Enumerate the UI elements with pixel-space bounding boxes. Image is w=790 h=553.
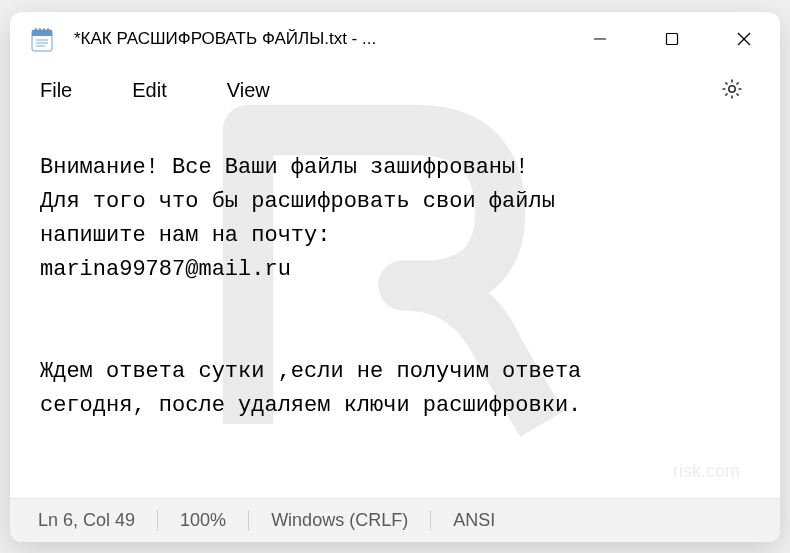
notepad-window: risk.com *КАК РАСШИФРОВАТЬ ФАЙЛЫ.txt - .… (10, 12, 780, 542)
window-title: *КАК РАСШИФРОВАТЬ ФАЙЛЫ.txt - ... (74, 29, 564, 49)
menu-view[interactable]: View (227, 79, 270, 102)
menu-file[interactable]: File (40, 79, 72, 102)
close-button[interactable] (708, 12, 780, 66)
menubar: File Edit View (10, 66, 780, 116)
notepad-icon (30, 27, 54, 51)
settings-button[interactable] (714, 71, 750, 111)
svg-point-13 (729, 85, 735, 91)
line-ending[interactable]: Windows (CRLF) (271, 510, 431, 531)
svg-rect-10 (667, 33, 678, 44)
encoding[interactable]: ANSI (453, 510, 517, 531)
statusbar: Ln 6, Col 49 100% Windows (CRLF) ANSI (10, 498, 780, 542)
menu-edit[interactable]: Edit (132, 79, 166, 102)
cursor-position[interactable]: Ln 6, Col 49 (38, 510, 158, 531)
titlebar[interactable]: *КАК РАСШИФРОВАТЬ ФАЙЛЫ.txt - ... (10, 12, 780, 66)
maximize-button[interactable] (636, 12, 708, 66)
zoom-level[interactable]: 100% (180, 510, 249, 531)
text-content[interactable]: Внимание! Все Ваши файлы зашифрованы! Дл… (10, 116, 780, 498)
svg-rect-1 (32, 30, 52, 36)
minimize-button[interactable] (564, 12, 636, 66)
window-controls (564, 12, 780, 66)
